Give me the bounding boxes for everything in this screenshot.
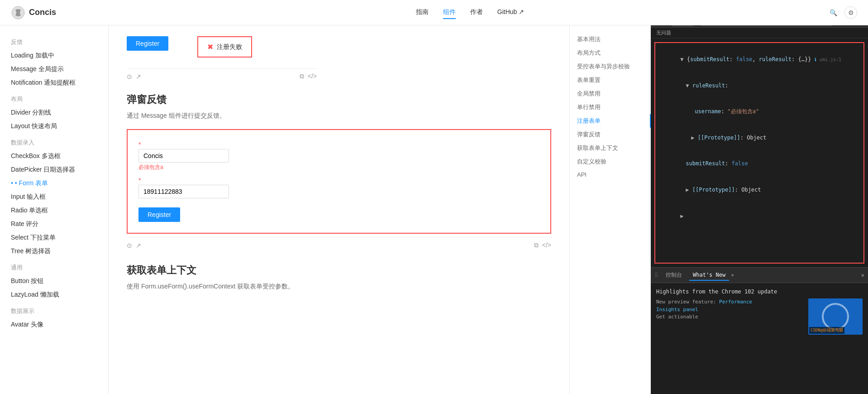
sidebar-item-lazyload[interactable]: LazyLoad 懒加载 <box>0 288 108 302</box>
copy-icon-top[interactable]: ⧉ <box>300 72 304 80</box>
close-whatsnew-btn[interactable]: × <box>731 272 734 278</box>
app-wrapper: Concis 指南 组件 作者 GitHub ↗ 🔍 ⚙ 反馈 Loading … <box>0 0 651 394</box>
close-bottom-panel-btn[interactable]: × <box>861 272 864 279</box>
sidebar-item-form[interactable]: • Form 表单 <box>0 177 108 190</box>
whats-new-text: New preview feature: Performance Insight… <box>656 298 805 335</box>
sidebar-section-display: 数据展示 <box>0 302 108 318</box>
section-desc-context: 使用 Form.useForm().useFormContext 获取表单受控参… <box>127 283 551 291</box>
bottom-tab-whatsnew[interactable]: What's New <box>689 270 729 281</box>
section-title-context: 获取表单上下文 <box>127 264 551 277</box>
code-line-7: ▶ <box>661 203 858 229</box>
sidebar-item-tree[interactable]: Tree 树选择器 <box>0 245 108 258</box>
nav-author[interactable]: 作者 <box>470 6 483 19</box>
code-icon[interactable]: </> <box>542 241 551 249</box>
expand-icon[interactable]: ↗ <box>136 242 141 249</box>
sidebar-item-datepicker[interactable]: DatePicker 日期选择器 <box>0 163 108 177</box>
devtools-bottom-panel: ⠿ 控制台 What's New × × Highlights from the… <box>651 267 868 394</box>
whats-new-content: New preview feature: Performance Insight… <box>656 298 863 335</box>
nav-search: 🔍 ⚙ <box>830 6 857 19</box>
sidebar: 反馈 Loading 加载中 Message 全局提示 Notification… <box>0 25 109 394</box>
sidebar-item-button[interactable]: Button 按钮 <box>0 274 108 288</box>
code-line-2: ▼ ruleResult: <box>661 73 858 99</box>
sidebar-section-general: 通用 <box>0 258 108 274</box>
sidebar-item-rate[interactable]: Rate 评分 <box>0 217 108 231</box>
right-nav-api[interactable]: API <box>570 168 651 181</box>
sidebar-item-checkbox[interactable]: CheckBox 多选框 <box>0 149 108 163</box>
code-icon-top[interactable]: </> <box>308 72 317 80</box>
copy-icon[interactable]: ⧉ <box>534 241 539 249</box>
get-context-section: 获取表单上下文 使用 Form.useForm().useFormContext… <box>127 264 551 291</box>
phone-input[interactable] <box>138 185 229 198</box>
thumb-circle <box>822 303 849 330</box>
error-notification: ✖ 注册失败 <box>197 36 252 58</box>
feature-title: New preview feature: <box>656 299 716 305</box>
sidebar-item-loading[interactable]: Loading 加载中 <box>0 49 108 62</box>
search-button[interactable]: 🔍 <box>830 9 837 16</box>
right-nav-custom[interactable]: 自定义校验 <box>570 155 651 168</box>
phone-group: * <box>138 177 539 198</box>
username-required-mark: * <box>138 141 539 148</box>
sandbox-icon[interactable]: ⊙ <box>127 242 132 249</box>
top-toolbar-icons: ⊙ ↗ <box>127 73 141 80</box>
right-nav-async[interactable]: 受控表单与异步校验 <box>570 60 651 73</box>
sidebar-section-feedback: 反馈 <box>0 33 108 49</box>
top-code-icons: ⧉ </> <box>300 72 317 80</box>
sidebar-section-layout: 布局 <box>0 90 108 106</box>
section-title-dialog: 弹窗反馈 <box>127 93 551 106</box>
whats-new-title: Highlights from the Chrome 102 update <box>656 288 863 295</box>
right-nav-basic[interactable]: 基本用法 <box>570 33 651 46</box>
devtools-code-output: ▼ {submitResult: false, ruleResult: {…}}… <box>654 42 864 264</box>
right-nav-context[interactable]: 获取表单上下文 <box>570 141 651 155</box>
sandbox-icon-top[interactable]: ⊙ <box>127 73 132 80</box>
nav-components[interactable]: 组件 <box>443 6 456 19</box>
sidebar-item-notification[interactable]: Notification 通知提醒框 <box>0 76 108 90</box>
code-line-3: username: "必须包含a" <box>661 99 858 125</box>
right-nav-disable-single[interactable]: 单行禁用 <box>570 101 651 114</box>
nav-links: 指南 组件 作者 GitHub ↗ <box>110 6 830 19</box>
nav-github[interactable]: GitHub ↗ <box>497 6 524 19</box>
main-layout: 反馈 Loading 加载中 Message 全局提示 Notification… <box>0 25 651 394</box>
bottom-tab-console[interactable]: 控制台 <box>662 269 686 281</box>
right-nav-layout[interactable]: 布局方式 <box>570 46 651 60</box>
error-icon: ✖ <box>207 43 213 51</box>
code-line-4: ▶ [[Prototype]]: Object <box>661 125 858 151</box>
devtools-panel: ⬜ 📱 元素 控制台 源代码 网络 >> ⚙ ⋮ 🚫 👁 top 👁 默认级别 … <box>651 0 868 394</box>
no-issues-text: 无问题 <box>656 30 671 36</box>
sidebar-item-input[interactable]: Input 输入框 <box>0 190 108 204</box>
register-button[interactable]: Register <box>138 207 180 222</box>
sidebar-item-divider[interactable]: Divider 分割线 <box>0 106 108 120</box>
settings-button[interactable]: ⚙ <box>844 6 857 19</box>
right-nav-disable-all[interactable]: 全局禁用 <box>570 87 651 101</box>
username-group: * 必须包含a <box>138 141 539 171</box>
dialog-demo-toolbar: ⊙ ↗ ⧉ </> <box>127 237 551 253</box>
right-nav-register[interactable]: 注册表单 <box>570 114 651 128</box>
top-nav: Concis 指南 组件 作者 GitHub ↗ 🔍 ⚙ <box>0 0 868 25</box>
username-input[interactable] <box>138 149 229 163</box>
nav-guide[interactable]: 指南 <box>416 6 429 19</box>
section-desc-dialog: 通过 Message 组件进行提交反馈。 <box>127 112 551 120</box>
sidebar-section-input: 数据录入 <box>0 133 108 149</box>
logo-icon <box>11 5 25 20</box>
sidebar-item-avatar[interactable]: Avatar 头像 <box>0 318 108 332</box>
sidebar-item-select[interactable]: Select 下拉菜单 <box>0 231 108 245</box>
content-area: Register ✖ 注册失败 ⊙ ↗ ⧉ </> <box>109 25 569 394</box>
code-line-6: ▶ [[Prototype]]: Object <box>661 177 858 203</box>
app-title: Concis <box>29 8 56 17</box>
dialog-feedback-section: 弹窗反馈 通过 Message 组件进行提交反馈。 * 必须包含a * Regi… <box>127 93 551 253</box>
drag-handle[interactable]: ⠿ <box>654 272 658 279</box>
top-register-area: Register ✖ 注册失败 ⊙ ↗ ⧉ </> <box>127 36 551 84</box>
right-nav: 基本用法 布局方式 受控表单与异步校验 表单重置 全局禁用 单行禁用 注册表单 … <box>569 25 651 394</box>
right-nav-dialog[interactable]: 弹窗反馈 <box>570 128 651 141</box>
logo-area: Concis <box>11 5 110 20</box>
sidebar-item-message[interactable]: Message 全局提示 <box>0 62 108 76</box>
code-line-1: ▼ {submitResult: false, ruleResult: {…}}… <box>661 47 858 73</box>
top-register-button[interactable]: Register <box>127 36 168 51</box>
whats-new-thumbnail: CSDN@前端菜鸟腊 <box>808 298 863 335</box>
right-nav-reset[interactable]: 表单重置 <box>570 73 651 87</box>
feature-desc: Get actionable <box>656 314 698 320</box>
no-issues-bar: 无问题 <box>651 28 868 38</box>
sidebar-item-layout[interactable]: Layout 快速布局 <box>0 120 108 133</box>
top-demo-toolbar: ⊙ ↗ ⧉ </> <box>127 68 317 84</box>
sidebar-item-radio[interactable]: Radio 单选框 <box>0 204 108 217</box>
expand-icon-top[interactable]: ↗ <box>136 73 141 80</box>
